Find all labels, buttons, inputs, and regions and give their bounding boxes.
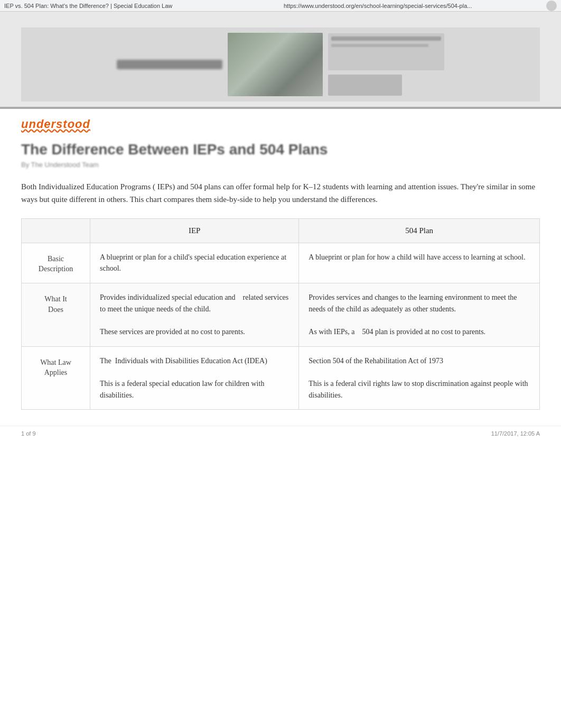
article-title: The Difference Between IEPs and 504 Plan… bbox=[21, 141, 540, 159]
banner-right-bottom bbox=[328, 75, 402, 96]
table-row: What LawApplies The Individuals with Dis… bbox=[22, 346, 540, 410]
page-footer: 1 of 9 11/7/2017, 12:05 A bbox=[0, 426, 561, 441]
progress-bar bbox=[0, 107, 561, 109]
banner-right-group bbox=[328, 33, 444, 96]
cell-504-basic: A blueprint or plan for how a child will… bbox=[299, 243, 540, 283]
table-header-row: IEP 504 Plan bbox=[22, 218, 540, 243]
browser-chrome: IEP vs. 504 Plan: What's the Difference?… bbox=[0, 0, 561, 12]
cell-504-whatitdoes: Provides services and changes to the lea… bbox=[299, 283, 540, 346]
timestamp: 11/7/2017, 12:05 A bbox=[491, 430, 540, 437]
progress-bar-container bbox=[0, 107, 561, 109]
logo-area: understood bbox=[0, 109, 561, 135]
header-section bbox=[0, 12, 561, 109]
banner-right-top bbox=[328, 33, 444, 70]
col-header-empty bbox=[22, 218, 90, 243]
intro-paragraph: Both Individualized Education Programs (… bbox=[21, 180, 540, 206]
banner-center-image bbox=[228, 33, 323, 96]
browser-control[interactable] bbox=[546, 1, 557, 11]
article-byline: By The Understood Team bbox=[21, 161, 540, 169]
comparison-table: IEP 504 Plan BasicDescription A blueprin… bbox=[21, 218, 540, 410]
cell-iep-basic: A blueprint or plan for a child's specia… bbox=[90, 243, 299, 283]
page-indicator: 1 of 9 bbox=[21, 430, 36, 437]
browser-url: https://www.understood.org/en/school-lea… bbox=[263, 3, 542, 9]
row-label-basic: BasicDescription bbox=[22, 243, 90, 283]
table-row: What ItDoes Provides individualized spec… bbox=[22, 283, 540, 346]
col-header-iep: IEP bbox=[90, 218, 299, 243]
cell-iep-whatlaw: The Individuals with Disabilities Educat… bbox=[90, 346, 299, 410]
row-label-whatitdoes: What ItDoes bbox=[22, 283, 90, 346]
col-header-504: 504 Plan bbox=[299, 218, 540, 243]
blurred-banner bbox=[21, 27, 540, 102]
table-row: BasicDescription A blueprint or plan for… bbox=[22, 243, 540, 283]
main-content: Both Individualized Education Programs (… bbox=[0, 171, 561, 421]
article-title-area: The Difference Between IEPs and 504 Plan… bbox=[0, 135, 561, 171]
row-label-whatlaw: What LawApplies bbox=[22, 346, 90, 410]
understood-logo[interactable]: understood bbox=[21, 117, 90, 131]
cell-iep-whatitdoes: Provides individualized special educatio… bbox=[90, 283, 299, 346]
browser-tab-title: IEP vs. 504 Plan: What's the Difference?… bbox=[4, 3, 263, 9]
banner-text-left bbox=[117, 60, 222, 69]
cell-504-whatlaw: Section 504 of the Rehabilitation Act of… bbox=[299, 346, 540, 410]
